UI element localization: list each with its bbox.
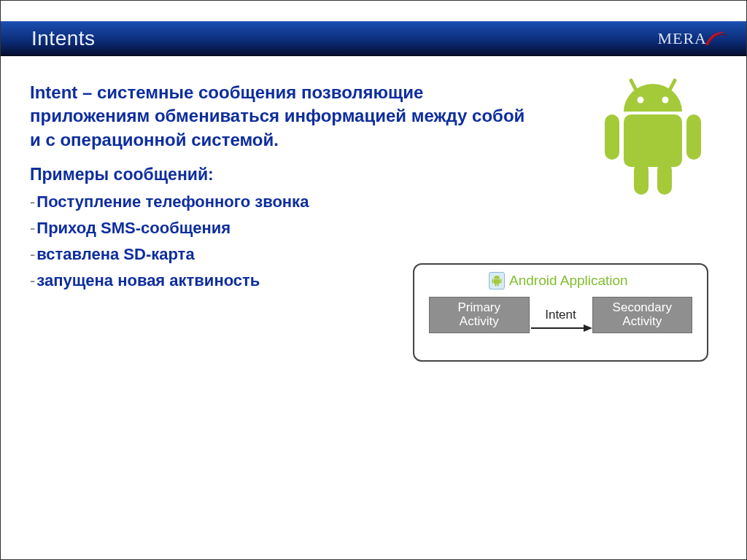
svg-rect-10 — [492, 279, 494, 284]
bullet-text: Поступление телефонного звонка — [36, 192, 309, 211]
bullet-dash: - — [30, 271, 35, 290]
title-bar: Intents MERA — [1, 21, 746, 56]
svg-rect-3 — [605, 114, 619, 160]
svg-rect-11 — [500, 279, 502, 284]
bullet-text: запущена новая актвиность — [36, 271, 260, 290]
svg-point-8 — [662, 97, 669, 104]
svg-point-7 — [638, 97, 644, 104]
svg-rect-13 — [498, 284, 499, 287]
bullet-dash: - — [30, 245, 35, 264]
arrow-label: Intent — [545, 308, 576, 322]
list-item: -Приход SMS-сообщения — [30, 215, 717, 241]
bullet-dash: - — [30, 192, 35, 211]
slide-title: Intents — [31, 27, 96, 50]
brand-logo: MERA — [657, 29, 729, 48]
svg-rect-4 — [686, 114, 701, 160]
mini-android-icon — [489, 272, 505, 289]
bullet-dash: - — [30, 219, 35, 238]
bullet-text: вставлена SD-карта — [36, 245, 194, 264]
mera-swoosh-icon — [707, 31, 729, 47]
svg-marker-15 — [584, 324, 592, 332]
primary-activity-box: Primary Activity — [429, 297, 530, 333]
box-line: Primary — [457, 301, 500, 315]
secondary-activity-box: Secondary Activity — [592, 297, 693, 333]
definition-text: – системные сообщения позволяющие прилож… — [30, 82, 525, 149]
diagram-row: Primary Activity Intent Secondary Activi… — [414, 294, 707, 333]
box-line: Activity — [622, 315, 662, 329]
slide: Intents MERA Intent – системные сообщени… — [0, 0, 747, 560]
bullet-text: Приход SMS-сообщения — [36, 219, 231, 238]
arrow-icon — [530, 323, 592, 333]
definition-paragraph: Intent – системные сообщения позволяющие… — [30, 81, 526, 152]
intent-arrow: Intent — [530, 297, 592, 333]
android-robot-icon — [595, 74, 711, 208]
brand-text: MERA — [657, 29, 707, 48]
svg-rect-9 — [494, 279, 500, 284]
svg-rect-6 — [657, 163, 672, 195]
term: Intent — [30, 82, 77, 102]
intent-diagram: Android Application Primary Activity Int… — [413, 263, 708, 362]
diagram-header: Android Application — [414, 265, 707, 294]
box-line: Secondary — [613, 301, 672, 315]
diagram-title: Android Application — [509, 273, 628, 289]
svg-rect-2 — [624, 114, 682, 167]
box-line: Activity — [460, 315, 499, 329]
svg-rect-12 — [495, 284, 497, 287]
svg-rect-5 — [634, 163, 649, 195]
